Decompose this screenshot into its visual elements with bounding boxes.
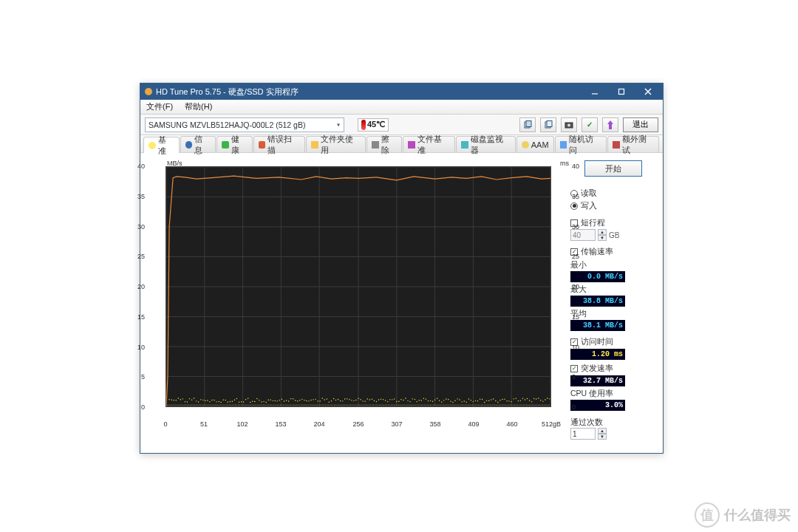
svg-point-61 — [239, 401, 239, 402]
spinner-arrows[interactable]: ▲▼ — [598, 229, 607, 241]
watermark-text: 什么值得买 — [724, 506, 791, 524]
svg-point-451 — [544, 404, 545, 405]
svg-point-233 — [216, 404, 217, 405]
svg-point-165 — [473, 401, 474, 402]
transfer-rate-checkbox[interactable]: 传输速率 — [570, 245, 655, 258]
tab-error-scan[interactable]: 错误扫描 — [253, 136, 305, 152]
short-stroke-input[interactable] — [570, 229, 596, 241]
svg-point-350 — [392, 404, 393, 405]
svg-point-167 — [477, 400, 478, 401]
svg-point-240 — [228, 404, 228, 405]
read-option[interactable]: 读取 — [570, 187, 655, 200]
svg-point-418 — [494, 404, 495, 405]
svg-point-163 — [468, 398, 469, 399]
svg-point-439 — [526, 404, 527, 405]
svg-point-149 — [437, 398, 437, 399]
svg-point-427 — [508, 404, 509, 405]
svg-point-232 — [215, 404, 216, 405]
svg-point-211 — [184, 404, 185, 405]
svg-point-373 — [427, 404, 428, 405]
gb-label: GB — [609, 231, 619, 239]
svg-point-417 — [493, 404, 494, 405]
svg-point-363 — [412, 404, 413, 405]
svg-point-220 — [197, 404, 198, 405]
svg-point-348 — [389, 404, 390, 405]
cpu-value: 3.0% — [570, 400, 625, 411]
svg-point-310 — [332, 404, 333, 405]
svg-point-158 — [457, 398, 457, 399]
svg-point-436 — [522, 404, 522, 405]
svg-point-35 — [180, 399, 181, 400]
write-option[interactable]: 写入 — [570, 200, 655, 212]
svg-point-422 — [500, 404, 501, 405]
exit-button[interactable]: 退出 — [623, 117, 658, 132]
svg-point-182 — [511, 401, 512, 402]
access-time-checkbox[interactable]: 访问时间 — [570, 335, 655, 348]
svg-point-209 — [181, 404, 182, 405]
drive-selector[interactable]: SAMSUNG MZVLB512HAJQ-000L2 (512 gB) — [145, 117, 344, 132]
tab-erase[interactable]: 擦除 — [366, 136, 403, 152]
short-stroke-checkbox[interactable]: 短行程 — [570, 216, 655, 229]
svg-point-151 — [441, 401, 442, 402]
svg-point-108 — [344, 398, 345, 399]
passes-input[interactable] — [570, 428, 596, 440]
svg-point-78 — [277, 400, 278, 401]
svg-point-344 — [383, 404, 384, 405]
copy-info-button[interactable] — [519, 117, 536, 132]
menu-help[interactable]: 帮助(H) — [179, 101, 218, 112]
options-button[interactable] — [602, 117, 618, 132]
error-icon — [259, 141, 266, 149]
svg-point-77 — [275, 400, 276, 401]
tab-disk-monitor[interactable]: 磁盘监视器 — [456, 136, 516, 152]
svg-point-257 — [253, 404, 253, 405]
tab-health[interactable]: 健康 — [216, 136, 253, 152]
copy-screenshot-button[interactable] — [540, 117, 556, 132]
svg-point-228 — [209, 404, 210, 405]
svg-point-97 — [320, 400, 321, 401]
start-button[interactable]: 开始 — [584, 160, 642, 177]
burst-rate-checkbox[interactable]: 突发速率 — [570, 362, 655, 375]
svg-point-279 — [286, 404, 287, 405]
svg-point-378 — [434, 404, 435, 405]
svg-point-65 — [248, 398, 248, 398]
svg-point-268 — [270, 404, 270, 405]
menu-file[interactable]: 文件(F) — [140, 101, 179, 112]
svg-point-241 — [229, 404, 230, 405]
svg-point-351 — [394, 404, 395, 405]
svg-point-112 — [353, 400, 354, 401]
maximize-button[interactable] — [611, 85, 632, 98]
svg-point-90 — [304, 400, 304, 400]
svg-point-325 — [355, 404, 355, 405]
svg-point-33 — [176, 400, 177, 400]
svg-point-96 — [317, 400, 318, 401]
svg-point-431 — [514, 404, 515, 405]
svg-point-345 — [385, 404, 386, 405]
svg-point-449 — [541, 404, 542, 405]
svg-point-317 — [343, 404, 344, 405]
tab-benchmark[interactable]: 基准 — [143, 137, 180, 153]
svg-point-214 — [188, 404, 189, 405]
tab-aam[interactable]: AAM — [516, 136, 554, 152]
minimize-button[interactable] — [584, 85, 605, 98]
tab-extra-tests[interactable]: 额外测试 — [607, 136, 659, 152]
svg-point-408 — [480, 404, 480, 405]
spinner-arrows[interactable]: ▲▼ — [598, 428, 607, 440]
svg-point-72 — [263, 401, 264, 402]
close-button[interactable] — [638, 85, 658, 98]
temperature-display: 45℃ — [358, 118, 389, 132]
tab-info[interactable]: 信息 — [180, 136, 216, 152]
svg-rect-1 — [619, 89, 624, 95]
svg-point-36 — [183, 398, 183, 399]
svg-point-326 — [356, 404, 357, 405]
svg-point-40 — [191, 399, 192, 400]
svg-point-247 — [238, 404, 239, 405]
tab-folder-usage[interactable]: 文件夹使用 — [306, 136, 366, 152]
tab-file-benchmark[interactable]: 文件基准 — [403, 136, 454, 152]
save-button[interactable]: ✓ — [582, 117, 598, 132]
svg-point-255 — [250, 404, 250, 405]
svg-point-213 — [187, 404, 188, 405]
svg-point-322 — [350, 404, 351, 405]
screenshot-button[interactable] — [561, 117, 577, 132]
svg-point-42 — [196, 400, 197, 401]
tab-random-access[interactable]: 随机访问 — [555, 136, 607, 152]
